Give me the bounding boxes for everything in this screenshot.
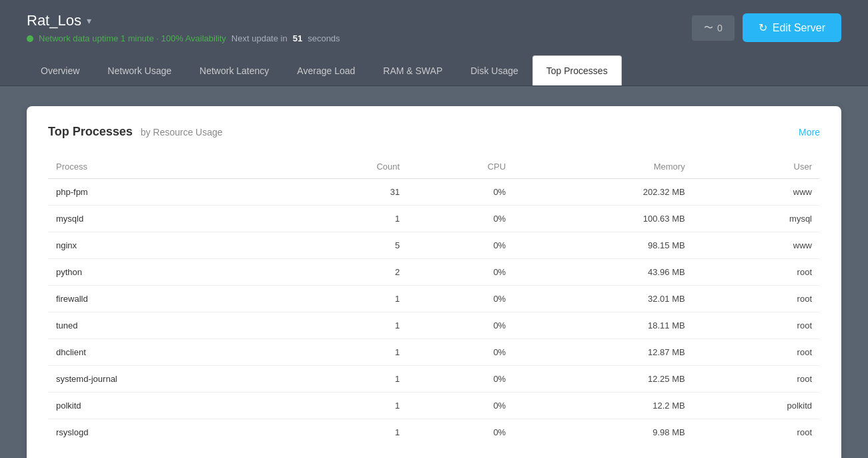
process-count: 2 — [287, 259, 408, 286]
process-count: 31 — [287, 179, 408, 206]
table-row: php-fpm 31 0% 202.32 MB www — [48, 179, 820, 206]
header: Rat_Los ▾ Network data uptime 1 minute ·… — [0, 0, 868, 55]
card-header: Top Processes by Resource Usage More — [48, 125, 820, 139]
card-subtitle: by Resource Usage — [141, 127, 223, 138]
alerts-button[interactable]: 〜 0 — [692, 15, 735, 41]
process-cpu: 0% — [408, 312, 514, 339]
top-processes-card: Top Processes by Resource Usage More Pro… — [27, 106, 841, 458]
process-name: nginx — [48, 232, 287, 259]
process-name: systemd-journal — [48, 366, 287, 393]
tab-disk-usage[interactable]: Disk Usage — [456, 55, 532, 85]
process-count: 1 — [287, 419, 408, 446]
table-header-row: Process Count CPU Memory User — [48, 155, 820, 179]
col-cpu: CPU — [408, 155, 514, 179]
header-right: 〜 0 ↻ Edit Server — [692, 13, 841, 42]
process-cpu: 0% — [408, 339, 514, 366]
process-name: firewalld — [48, 286, 287, 312]
table-row: nginx 5 0% 98.15 MB www — [48, 232, 820, 259]
server-name: Rat_Los — [27, 12, 81, 29]
main-content: Top Processes by Resource Usage More Pro… — [0, 86, 868, 458]
table-row: python 2 0% 43.96 MB root — [48, 259, 820, 286]
edit-icon: ↻ — [759, 21, 767, 34]
process-name: python — [48, 259, 287, 286]
process-user: polkitd — [693, 393, 820, 419]
card-title: Top Processes — [48, 125, 133, 138]
process-memory: 12.25 MB — [514, 366, 693, 393]
tab-network-latency[interactable]: Network Latency — [185, 55, 283, 85]
process-count: 1 — [287, 339, 408, 366]
table-row: mysqld 1 0% 100.63 MB mysql — [48, 206, 820, 232]
seconds-label: seconds — [308, 33, 340, 43]
table-row: firewalld 1 0% 32.01 MB root — [48, 286, 820, 312]
status-text: Network data uptime 1 minute · 100% Avai… — [39, 33, 226, 43]
col-count: Count — [287, 155, 408, 179]
process-user: www — [693, 179, 820, 206]
process-memory: 100.63 MB — [514, 206, 693, 232]
process-count: 1 — [287, 206, 408, 232]
process-name: tuned — [48, 312, 287, 339]
seconds-value: 51 — [293, 33, 302, 43]
process-count: 1 — [287, 393, 408, 419]
process-memory: 43.96 MB — [514, 259, 693, 286]
process-user: www — [693, 232, 820, 259]
tab-top-processes[interactable]: Top Processes — [532, 55, 622, 85]
process-cpu: 0% — [408, 179, 514, 206]
process-count: 5 — [287, 232, 408, 259]
process-cpu: 0% — [408, 232, 514, 259]
process-cpu: 0% — [408, 419, 514, 446]
process-cpu: 0% — [408, 286, 514, 312]
edit-server-label: Edit Server — [773, 22, 825, 34]
process-cpu: 0% — [408, 366, 514, 393]
table-row: rsyslogd 1 0% 9.98 MB root — [48, 419, 820, 446]
process-memory: 18.11 MB — [514, 312, 693, 339]
server-name-row: Rat_Los ▾ — [27, 12, 340, 29]
next-update-label: Next update in — [232, 33, 288, 43]
process-cpu: 0% — [408, 206, 514, 232]
process-user: root — [693, 339, 820, 366]
table-row: dhclient 1 0% 12.87 MB root — [48, 339, 820, 366]
process-memory: 98.15 MB — [514, 232, 693, 259]
process-name: rsyslogd — [48, 419, 287, 446]
col-process: Process — [48, 155, 287, 179]
status-dot — [27, 35, 33, 42]
process-cpu: 0% — [408, 393, 514, 419]
card-title-area: Top Processes by Resource Usage — [48, 125, 223, 139]
process-name: mysqld — [48, 206, 287, 232]
process-name: dhclient — [48, 339, 287, 366]
process-name: polkitd — [48, 393, 287, 419]
process-count: 1 — [287, 312, 408, 339]
tab-network-usage[interactable]: Network Usage — [93, 55, 185, 85]
edit-server-button[interactable]: ↻ Edit Server — [743, 13, 841, 42]
tabs-bar: Overview Network Usage Network Latency A… — [0, 55, 868, 86]
col-memory: Memory — [514, 155, 693, 179]
process-user: root — [693, 419, 820, 446]
process-memory: 12.2 MB — [514, 393, 693, 419]
more-link[interactable]: More — [799, 127, 820, 138]
col-user: User — [693, 155, 820, 179]
process-user: root — [693, 366, 820, 393]
tab-overview[interactable]: Overview — [27, 55, 93, 85]
process-memory: 9.98 MB — [514, 419, 693, 446]
table-row: systemd-journal 1 0% 12.25 MB root — [48, 366, 820, 393]
process-count: 1 — [287, 366, 408, 393]
table-row: polkitd 1 0% 12.2 MB polkitd — [48, 393, 820, 419]
table-row: tuned 1 0% 18.11 MB root — [48, 312, 820, 339]
process-count: 1 — [287, 286, 408, 312]
process-user: root — [693, 312, 820, 339]
process-cpu: 0% — [408, 259, 514, 286]
process-user: mysql — [693, 206, 820, 232]
activity-icon: 〜 — [704, 22, 713, 34]
processes-table: Process Count CPU Memory User php-fpm 31… — [48, 155, 820, 445]
status-row: Network data uptime 1 minute · 100% Avai… — [27, 33, 340, 43]
process-memory: 202.32 MB — [514, 179, 693, 206]
tab-average-load[interactable]: Average Load — [283, 55, 369, 85]
process-memory: 32.01 MB — [514, 286, 693, 312]
process-user: root — [693, 286, 820, 312]
alerts-count: 0 — [717, 23, 723, 33]
tab-ram-swap[interactable]: RAM & SWAP — [369, 55, 456, 85]
chevron-down-icon[interactable]: ▾ — [87, 15, 91, 26]
header-left: Rat_Los ▾ Network data uptime 1 minute ·… — [27, 12, 340, 43]
process-name: php-fpm — [48, 179, 287, 206]
process-memory: 12.87 MB — [514, 339, 693, 366]
process-user: root — [693, 259, 820, 286]
